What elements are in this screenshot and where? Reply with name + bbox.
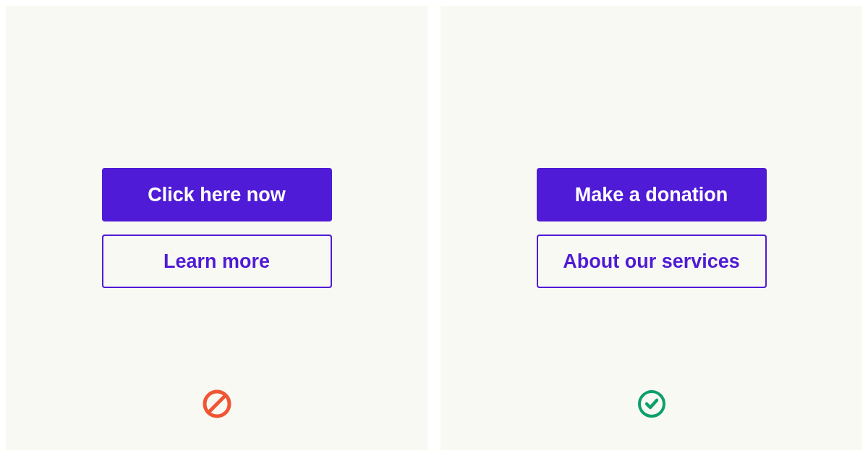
about-our-services-button[interactable]: About our services [537, 235, 767, 288]
click-here-now-button[interactable]: Click here now [102, 168, 332, 221]
learn-more-button[interactable]: Learn more [102, 235, 332, 288]
make-a-donation-button[interactable]: Make a donation [537, 168, 767, 221]
check-circle-icon [637, 389, 666, 418]
button-label: Click here now [148, 184, 286, 206]
button-label: Make a donation [575, 184, 728, 206]
button-label: Learn more [163, 250, 270, 273]
right-panel-correct-example: Make a donation About our services [441, 6, 862, 450]
svg-line-1 [208, 396, 225, 413]
left-panel-incorrect-example: Click here now Learn more [6, 6, 427, 450]
right-button-group: Make a donation About our services [537, 168, 767, 288]
left-button-group: Click here now Learn more [102, 168, 332, 288]
prohibited-icon [203, 389, 231, 418]
button-label: About our services [563, 250, 740, 273]
